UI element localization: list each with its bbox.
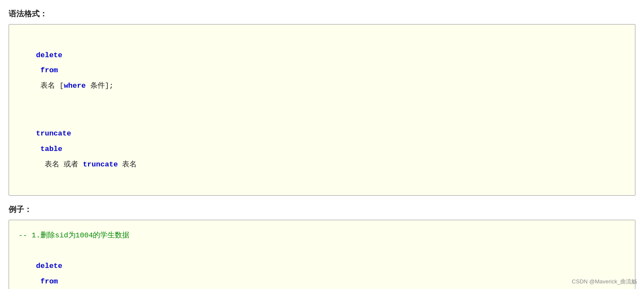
example-title: 例子：	[9, 204, 635, 215]
example-line-2: delete from student where sid = 1004 ;	[18, 243, 626, 289]
syntax-tablename-1: 表名 [	[36, 82, 64, 90]
syntax-line-2: truncate table 表名 或者 truncate 表名	[18, 111, 626, 187]
example-comment-1: -- 1.删除sid为1004的学生数据	[18, 228, 626, 243]
syntax-condition: 条件];	[86, 82, 113, 90]
syntax-tablename-3: 表名	[118, 160, 137, 169]
kw-truncate-1: truncate	[36, 129, 71, 138]
kw-delete-2: delete	[36, 262, 62, 270]
kw-table-1: table	[36, 145, 62, 153]
example-code-box: -- 1.删除sid为1004的学生数据 delete from student…	[9, 220, 635, 289]
kw-truncate-2: truncate	[83, 160, 118, 169]
syntax-tablename-2: 表名 或者	[36, 160, 83, 169]
kw-delete-1: delete	[36, 51, 62, 59]
syntax-title: 语法格式：	[9, 9, 635, 19]
kw-from-1: from	[36, 66, 58, 74]
syntax-line-1: delete from 表名 [where 条件];	[18, 32, 626, 109]
kw-from-2: from	[36, 277, 58, 286]
kw-where-1: where	[64, 82, 86, 90]
syntax-code-box: delete from 表名 [where 条件]; truncate tabl…	[9, 24, 635, 196]
footer-credit: CSDN @Maverick_曲流觞	[572, 278, 637, 286]
